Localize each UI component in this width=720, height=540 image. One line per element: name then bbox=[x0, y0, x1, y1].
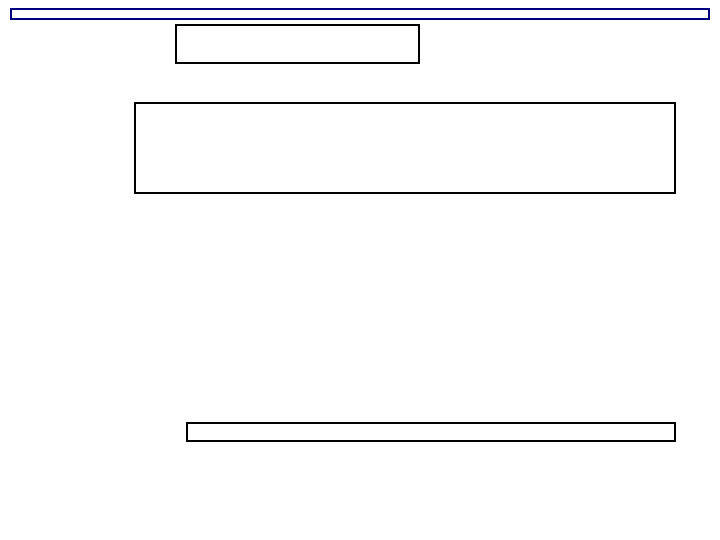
slide-title-box bbox=[10, 8, 710, 20]
fu-status-section bbox=[0, 64, 720, 70]
col-complete bbox=[298, 44, 358, 62]
col-issue bbox=[177, 44, 237, 62]
col-result bbox=[358, 44, 418, 62]
reg-box-outline bbox=[186, 422, 676, 442]
instr-status-label bbox=[10, 24, 175, 42]
fu-box-outline bbox=[134, 102, 676, 194]
col-read bbox=[237, 26, 297, 44]
col-j bbox=[93, 42, 134, 60]
col-opex bbox=[237, 44, 297, 62]
col-ex bbox=[298, 26, 358, 44]
side-notes bbox=[420, 24, 456, 64]
col-k bbox=[134, 42, 175, 60]
instruction-status-section bbox=[10, 24, 420, 64]
col-instruction bbox=[10, 42, 51, 60]
col-write bbox=[358, 26, 418, 44]
